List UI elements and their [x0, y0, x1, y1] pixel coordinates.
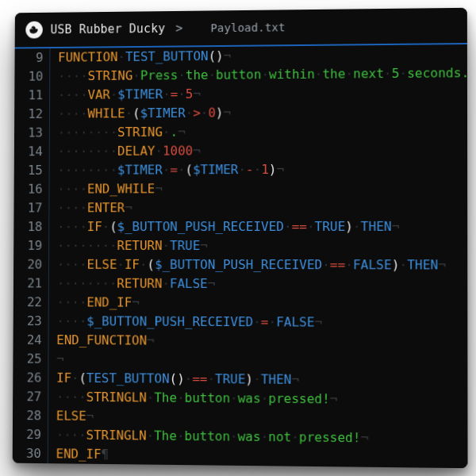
code-line[interactable]: END_FUNCTION¬ — [56, 331, 467, 352]
whitespace-dot: · — [254, 162, 262, 177]
code-line[interactable]: ····IF·($_BUTTON_PUSH_RECEIVED·==·TRUE)·… — [57, 217, 467, 236]
code-line[interactable]: ····END_WHILE¬ — [57, 178, 467, 198]
token-op: == — [292, 219, 307, 234]
eol-return-icon: ¬ — [56, 351, 64, 367]
whitespace-dot: · — [147, 428, 155, 443]
token-paren: ) — [269, 162, 277, 177]
whitespace-dot: · — [132, 68, 140, 83]
code-line[interactable]: END_IF¶ — [56, 444, 468, 468]
eol-return-icon: ¬ — [392, 219, 400, 234]
token-op: = — [171, 86, 178, 102]
whitespace-dot: · — [345, 257, 353, 272]
line-number: 9 — [15, 48, 44, 67]
token-ident: $_BUTTON_PUSH_RECEIVED — [155, 257, 322, 272]
eol-return-icon: ¬ — [147, 333, 155, 348]
whitespace-dot: · — [110, 87, 118, 102]
token-kw: WHILE — [87, 106, 125, 121]
line-number: 24 — [13, 331, 42, 350]
token-paren: ( — [147, 257, 155, 272]
code-line[interactable]: ····$_BUTTON_PUSH_RECEIVED·=·FALSE¬ — [56, 312, 467, 332]
token-paren: () — [170, 371, 185, 386]
code-line[interactable]: ····ELSE·IF·($_BUTTON_PUSH_RECEIVED·==·F… — [57, 255, 468, 275]
token-kw: DELAY — [117, 144, 155, 159]
eol-return-icon: ¬ — [291, 372, 299, 387]
eol-return-icon: ¬ — [193, 86, 201, 102]
line-number: 27 — [13, 387, 41, 406]
duck-icon — [25, 21, 43, 39]
code-line[interactable]: ····ENTER¬ — [57, 198, 467, 217]
indent-whitespace: ···· — [56, 427, 86, 442]
breadcrumb-file[interactable]: Payload.txt — [210, 21, 285, 34]
token-op: == — [330, 257, 345, 272]
whitespace-dot: · — [71, 370, 79, 386]
token-paren: () — [208, 48, 223, 63]
indent-whitespace: ········ — [57, 238, 117, 253]
line-number-gutter: 9101112131415161718192021222324252627282… — [13, 48, 51, 463]
token-op: > — [193, 106, 201, 121]
line-number: 30 — [13, 444, 41, 463]
code-line[interactable]: ¬ — [56, 350, 467, 371]
eol-pilcrow-icon: ¶ — [101, 447, 109, 462]
token-kw: RETURN — [117, 238, 162, 253]
token-paren: ) — [345, 219, 353, 234]
code-line[interactable]: ····WHILE·($TIMER·>·0)¬ — [58, 102, 467, 123]
token-kw: END_WHILE — [87, 181, 155, 196]
indent-whitespace: ········ — [57, 144, 117, 159]
line-number: 14 — [14, 142, 43, 161]
eol-return-icon: ¬ — [155, 181, 163, 196]
code-editor[interactable]: 9101112131415161718192021222324252627282… — [13, 44, 468, 468]
whitespace-dot: · — [140, 257, 148, 272]
token-kwblue: THEN — [261, 371, 292, 386]
indent-whitespace: ···· — [57, 294, 87, 309]
code-line[interactable]: ····STRING·Press·the·button·within·the·n… — [58, 63, 467, 86]
token-paren: ( — [79, 370, 86, 386]
token-num: 1000 — [163, 143, 193, 158]
code-area[interactable]: FUNCTION·TEST_BUTTON()¬····STRING·Press·… — [56, 44, 468, 468]
breadcrumb-path[interactable]: USB Rubber Ducky > Payload.txt — [50, 20, 285, 36]
code-line[interactable]: ········RETURN·TRUE¬ — [57, 236, 467, 255]
indent-whitespace: ···· — [56, 313, 86, 328]
eol-return-icon: ¬ — [178, 125, 186, 140]
eol-return-icon: ¬ — [276, 162, 284, 177]
whitespace-dot: · — [399, 257, 407, 272]
whitespace-dot: · — [201, 106, 209, 121]
token-kwblue: THEN — [361, 219, 392, 234]
line-number: 13 — [14, 124, 43, 143]
token-ident: $TIMER — [140, 106, 186, 121]
token-ident: TEST_BUTTON — [86, 370, 170, 386]
chevron-right-icon: > — [165, 21, 193, 36]
token-ident: $_BUTTON_PUSH_RECEIVED — [86, 313, 253, 329]
whitespace-dot: · — [147, 390, 155, 405]
whitespace-dot: · — [162, 276, 170, 291]
token-kw: VAR — [87, 87, 109, 102]
token-op: == — [192, 371, 207, 386]
line-number: 28 — [13, 406, 41, 425]
indent-whitespace: ···· — [57, 219, 87, 234]
breadcrumb[interactable]: USB Rubber Ducky > Payload.txt — [15, 8, 467, 48]
line-number: 11 — [14, 86, 43, 105]
code-line[interactable]: ········RETURN·FALSE¬ — [57, 274, 468, 294]
token-kwblue: FALSE — [276, 314, 314, 329]
whitespace-dot: · — [163, 238, 171, 253]
whitespace-dot: · — [353, 219, 361, 234]
token-ident: TEST_BUTTON — [125, 48, 209, 64]
code-line[interactable]: ········$TIMER·=·($TIMER·-·1)¬ — [57, 159, 467, 180]
line-number: 25 — [13, 350, 41, 369]
code-line[interactable]: ····STRINGLN·The·button·was·pressed!¬ — [56, 388, 468, 410]
whitespace-dot: · — [307, 219, 315, 234]
token-kw: END_IF — [56, 446, 102, 462]
token-num: 0 — [208, 106, 216, 121]
indent-whitespace: ···· — [58, 106, 88, 121]
whitespace-dot: · — [238, 162, 246, 177]
indent-whitespace: ···· — [57, 182, 87, 197]
line-number: 21 — [13, 274, 42, 293]
code-line[interactable]: ········STRING·.¬ — [58, 121, 467, 143]
breadcrumb-root[interactable]: USB Rubber Ducky — [50, 21, 165, 36]
code-line[interactable]: ····VAR·$TIMER·=·5¬ — [58, 83, 467, 105]
token-kwblue: FALSE — [170, 276, 208, 291]
whitespace-dot: · — [125, 106, 133, 121]
code-line[interactable]: ········DELAY·1000¬ — [57, 140, 467, 161]
whitespace-dot: · — [163, 162, 171, 177]
token-kw: STRING — [117, 125, 163, 140]
code-line[interactable]: ····END_IF¬ — [56, 293, 467, 313]
